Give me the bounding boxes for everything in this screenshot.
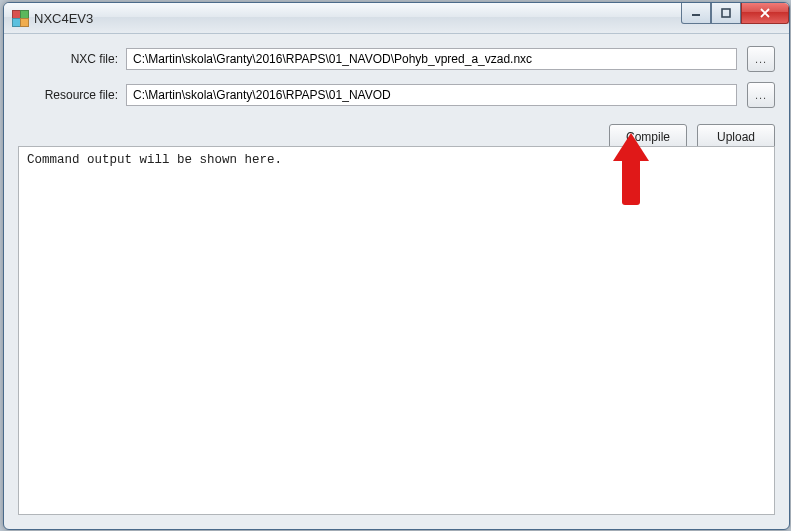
window-controls — [681, 3, 789, 23]
resource-file-input[interactable] — [126, 84, 737, 106]
nxc-file-input[interactable] — [126, 48, 737, 70]
titlebar[interactable]: NXC4EV3 — [4, 3, 789, 34]
maximize-button[interactable] — [711, 3, 741, 24]
resource-file-browse-button[interactable]: ... — [747, 82, 775, 108]
app-icon — [12, 10, 28, 26]
nxc-file-label: NXC file: — [18, 52, 126, 66]
app-window: NXC4EV3 NXC file: ... Resource file: ...… — [3, 2, 790, 530]
close-icon — [759, 8, 771, 18]
form-panel: NXC file: ... Resource file: ... — [4, 34, 789, 122]
window-title: NXC4EV3 — [34, 11, 93, 26]
maximize-icon — [721, 8, 731, 18]
resource-file-row: Resource file: ... — [18, 82, 775, 108]
close-button[interactable] — [741, 3, 789, 24]
command-output[interactable]: Command output will be shown here. — [19, 147, 774, 514]
resource-file-label: Resource file: — [18, 88, 126, 102]
svg-rect-1 — [722, 9, 730, 17]
nxc-file-row: NXC file: ... — [18, 46, 775, 72]
minimize-icon — [691, 8, 701, 18]
svg-rect-0 — [692, 14, 700, 16]
minimize-button[interactable] — [681, 3, 711, 24]
output-panel: Command output will be shown here. — [18, 146, 775, 515]
nxc-file-browse-button[interactable]: ... — [747, 46, 775, 72]
